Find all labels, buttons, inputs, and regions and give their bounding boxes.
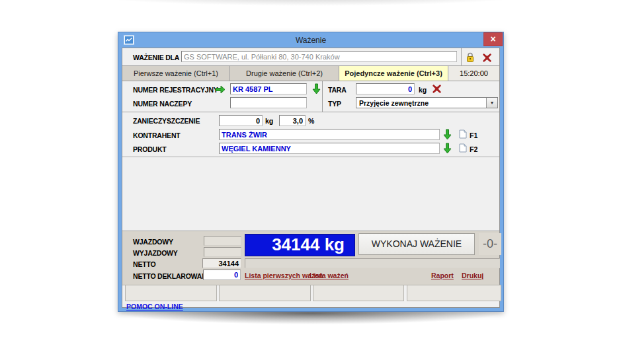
produkt-document-icon[interactable] bbox=[459, 143, 467, 155]
zero-indicator: -0- bbox=[479, 233, 501, 255]
clear-tara-icon[interactable] bbox=[433, 84, 441, 96]
zanieczyszczenie-label: ZANIECZYSZCZENIE bbox=[133, 117, 200, 125]
zanieczyszczenie-pct-input[interactable] bbox=[279, 115, 306, 126]
zanieczyszczenie-kg-unit: kg bbox=[265, 117, 273, 125]
wykonaj-wazenie-button[interactable]: WYKONAJ WAŻENIE bbox=[358, 233, 475, 255]
drukuj-link[interactable]: Drukuj bbox=[462, 272, 483, 279]
typ-label: TYP bbox=[328, 100, 341, 108]
scale-weight-display: 34144 kg bbox=[245, 234, 355, 256]
lista-wazen-link[interactable]: Lista ważeń bbox=[310, 272, 349, 279]
vehicle-block: NUMER REJESTRACYJNY NUMER NACZEPY TARA k… bbox=[122, 81, 499, 112]
netto-deklarowane-input[interactable] bbox=[203, 270, 241, 280]
numer-naczepy-input[interactable] bbox=[230, 97, 307, 108]
close-button[interactable]: × bbox=[483, 32, 503, 46]
page: Ważenie × WAŻENIE DLA Pierwsze ważenie (… bbox=[0, 0, 621, 364]
typ-dropdown-value: Przyjęcie zewnętrzne bbox=[359, 99, 429, 107]
numer-rejestracyjny-input[interactable] bbox=[230, 83, 307, 94]
window-title: Ważenie bbox=[118, 36, 503, 45]
page-top-shadow bbox=[0, 0, 621, 11]
footer-slot-2 bbox=[219, 285, 311, 301]
typ-dropdown[interactable]: Przyjęcie zewnętrzne ▼ bbox=[356, 97, 498, 108]
wjazdowy-value-box bbox=[204, 236, 241, 246]
wjazdowy-label: WJAZDOWY bbox=[133, 238, 173, 246]
wazenie-dla-input[interactable] bbox=[181, 51, 457, 62]
tab-pierwsze-wazenie[interactable]: Pierwsze ważenie (Ctrl+1) bbox=[122, 66, 230, 81]
select-produkt-arrow-icon[interactable] bbox=[443, 143, 452, 157]
tara-input[interactable] bbox=[356, 83, 415, 94]
produkt-label: PRODUKT bbox=[133, 145, 167, 153]
kontrahent-input[interactable] bbox=[219, 129, 440, 140]
wazenie-dla-row: WAŻENIE DLA bbox=[122, 48, 499, 66]
zanieczyszczenie-pct-unit: % bbox=[308, 117, 314, 125]
tara-unit: kg bbox=[419, 86, 427, 94]
goods-block: ZANIECZYSZCZENIE kg % KONTRAHENT F1 PROD… bbox=[122, 112, 499, 157]
chevron-down-icon[interactable]: ▼ bbox=[486, 98, 497, 108]
wazenie-window: Ważenie × WAŻENIE DLA Pierwsze ważenie (… bbox=[118, 32, 504, 312]
clock-display: 15:20:00 bbox=[448, 66, 499, 81]
raport-link[interactable]: Raport bbox=[431, 272, 454, 279]
measurement-bar bbox=[245, 258, 500, 268]
netto-deklarowane-label: NETTO DEKLAROWANE bbox=[133, 272, 211, 280]
wyjazdowy-label: WYJAZDOWY bbox=[133, 249, 178, 257]
lock-icon[interactable] bbox=[466, 52, 475, 65]
kontrahent-fkey-label: F1 bbox=[470, 131, 477, 139]
select-kontrahent-arrow-icon[interactable] bbox=[443, 129, 452, 143]
wazenie-dla-label: WAŻENIE DLA bbox=[133, 54, 179, 61]
wyjazdowy-value-box bbox=[204, 247, 241, 257]
netto-value-box: 34144 bbox=[202, 258, 241, 268]
numer-naczepy-label: NUMER NACZEPY bbox=[133, 100, 192, 108]
arrow-right-icon bbox=[215, 85, 226, 96]
produkt-fkey-label: F2 bbox=[470, 145, 477, 153]
tab-pojedyncze-wazenie[interactable]: Pojedyncze ważenie (Ctrl+3) bbox=[339, 66, 448, 81]
header-separator bbox=[461, 48, 462, 65]
numer-rejestracyjny-label: NUMER REJESTRACYJNY bbox=[133, 86, 218, 94]
tara-label: TARA bbox=[328, 86, 347, 94]
tab-drugie-wazenie[interactable]: Drugie ważenie (Ctrl+2) bbox=[230, 66, 339, 81]
pomoc-online-link[interactable]: POMOC ON-LINE bbox=[126, 303, 183, 310]
select-plate-arrow-icon[interactable] bbox=[312, 83, 321, 97]
tab-bar: Pierwsze ważenie (Ctrl+1) Drugie ważenie… bbox=[122, 66, 499, 81]
footer-slot-3 bbox=[313, 285, 404, 301]
titlebar: Ważenie × bbox=[118, 32, 503, 48]
clear-header-icon[interactable] bbox=[483, 53, 491, 65]
window-content: WAŻENIE DLA Pierwsze ważenie (Ctrl+1) Dr… bbox=[122, 48, 500, 308]
kontrahent-document-icon[interactable] bbox=[459, 129, 467, 141]
weighing-panel: WJAZDOWY WYJAZDOWY NETTO 34144 NETTO DEK… bbox=[122, 231, 499, 285]
netto-label: NETTO bbox=[133, 260, 155, 268]
produkt-input[interactable] bbox=[219, 143, 440, 154]
zanieczyszczenie-kg-input[interactable] bbox=[219, 115, 263, 126]
footer-slot-1 bbox=[125, 285, 217, 301]
vehicle-separator bbox=[322, 81, 323, 112]
footer-slot-4 bbox=[407, 285, 501, 301]
kontrahent-label: KONTRAHENT bbox=[133, 131, 181, 139]
